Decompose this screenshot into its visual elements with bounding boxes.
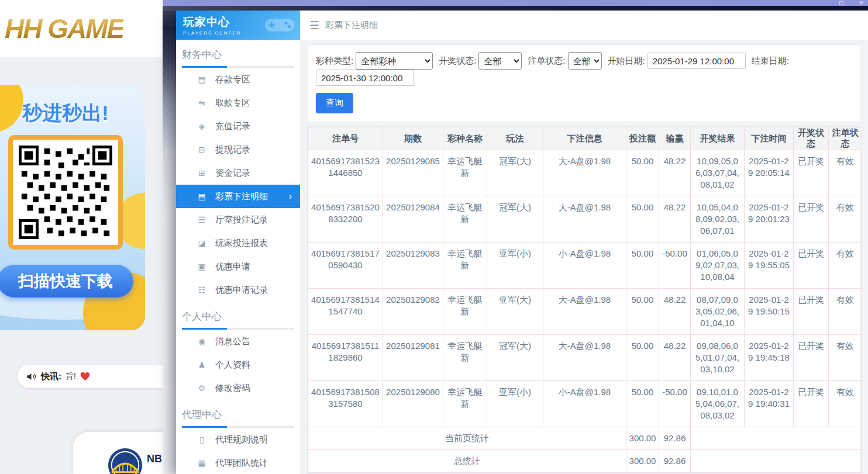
main-content: ☰ 彩票下注明细 彩种类型: 全部彩种 开奖状态: 全部 注单状态: 全部 xyxy=(300,11,868,474)
summary-label: 当前页统计 xyxy=(308,427,626,450)
column-header: 期数 xyxy=(383,127,443,150)
cell: 大-A盘@1.98 xyxy=(543,335,626,381)
close-icon[interactable]: ✕ xyxy=(859,1,863,6)
filter-bar: 彩种类型: 全部彩种 开奖状态: 全部 注单状态: 全部 开始日期: 结束日期: xyxy=(307,44,861,122)
bet-table: 注单号 期数 彩种名称 玩法 下注信息 投注额 输赢 开奖结果 下注时间 开奖状… xyxy=(307,126,861,473)
section-divider xyxy=(182,66,294,68)
document-icon: ▯ xyxy=(197,435,206,444)
rows-icon: ☰ xyxy=(197,215,206,224)
sidebar-item-promo-record[interactable]: ☷ 优惠申请记录 xyxy=(176,278,300,302)
end-date-input[interactable] xyxy=(316,70,414,86)
cell: 有效 xyxy=(829,289,862,335)
summary-bet-total: 300.00 xyxy=(626,427,659,450)
maximize-icon[interactable]: ▢ xyxy=(839,1,844,6)
cell: 50.00 xyxy=(626,381,659,427)
sidebar-item-withdraw-record[interactable]: ⊟ 提现记录 xyxy=(176,138,300,161)
summary-empty xyxy=(691,450,862,473)
sidebar-item-profile[interactable]: ♟ 个人资料 xyxy=(176,353,300,376)
sidebar-item-label: 玩家投注报表 xyxy=(215,238,268,249)
page-summary-row: 当前页统计 300.00 92.86 xyxy=(308,427,862,450)
column-header: 开奖结果 xyxy=(691,127,745,150)
order-status-label: 注单状态: xyxy=(528,56,565,67)
cell: 2025-01-29 19:55:05 xyxy=(745,243,794,289)
window-titlebar: ▢ ✕ xyxy=(163,0,868,6)
person-icon: ♟ xyxy=(197,360,206,369)
cell: 09,10,01,05,04,06,07,08,03,02 xyxy=(691,381,745,427)
section-divider xyxy=(182,328,294,330)
cell: 401569173815208332200 xyxy=(308,196,383,243)
sidebar-item-label: 存款专区 xyxy=(215,74,250,85)
cell: -50.00 xyxy=(659,381,691,427)
section-divider xyxy=(182,426,294,428)
sidebar-item-label: 修改密码 xyxy=(215,383,250,394)
order-status-select[interactable]: 全部 xyxy=(568,52,602,70)
sidebar-item-recharge-record[interactable]: ◈ 充值记录 xyxy=(176,115,300,138)
summary-winloss-total: 92.86 xyxy=(659,427,691,450)
cell: -50.00 xyxy=(659,243,691,289)
cell: 48.22 xyxy=(659,150,691,196)
nba-news-card[interactable]: NB xyxy=(73,432,164,474)
column-header: 彩种名称 xyxy=(443,127,487,150)
table-row: 401569173815111829860 20250129081 幸运飞艇新 … xyxy=(308,335,862,381)
cell: 10,05,04,08,09,02,03,06,07,01 xyxy=(691,196,745,243)
cell: 幸运飞艇新 xyxy=(443,196,487,243)
cell: 401569173815231446850 xyxy=(308,150,383,196)
cell: 已开奖 xyxy=(794,150,829,196)
summary-winloss-total: 92.86 xyxy=(659,450,691,473)
sidebar-item-hall-bet-record[interactable]: ☰ 厅室投注记录 xyxy=(176,208,300,231)
hamburger-icon[interactable]: ☰ xyxy=(309,19,319,32)
sidebar-item-label: 彩票下注明细 xyxy=(215,191,268,202)
sidebar-item-funds-record[interactable]: ⊞ 资金记录 xyxy=(176,161,300,185)
column-header: 注单号 xyxy=(308,127,383,150)
cell: 48.22 xyxy=(659,196,691,243)
funds-icon: ⊞ xyxy=(197,168,206,178)
sidebar-item-agent-team-stats[interactable]: ▦ 代理团队统计 xyxy=(176,451,300,474)
summary-label: 总统计 xyxy=(308,450,626,473)
cell: 20250129084 xyxy=(383,196,443,243)
draw-status-select[interactable]: 全部 xyxy=(478,52,522,70)
cell: 已开奖 xyxy=(794,335,829,381)
cell: 有效 xyxy=(829,150,862,196)
lottery-type-select[interactable]: 全部彩种 xyxy=(356,52,433,70)
scan-download-button[interactable]: 扫描快速下载 xyxy=(0,265,133,297)
search-button[interactable]: 查询 xyxy=(316,93,353,113)
cell: 10,09,05,06,03,07,04,08,01,02 xyxy=(691,150,745,196)
cell: 幸运飞艇新 xyxy=(443,150,487,196)
table-header-row: 注单号 期数 彩种名称 玩法 下注信息 投注额 输赢 开奖结果 下注时间 开奖状… xyxy=(308,127,862,150)
sidebar-item-label: 代理团队统计 xyxy=(215,458,268,469)
start-date-label: 开始日期: xyxy=(608,56,645,67)
cell: 2025-01-29 20:05:14 xyxy=(745,150,794,196)
sidebar-item-promo-apply[interactable]: ▣ 优惠申请 xyxy=(176,255,300,278)
gamepad-icon xyxy=(264,15,295,34)
sidebar-item-label: 取款专区 xyxy=(215,98,250,109)
ticker-text: 旨! xyxy=(66,371,76,382)
table-row: 401569173815141547740 20250129082 幸运飞艇新 … xyxy=(308,289,862,335)
sidebar-item-notices[interactable]: ◉ 消息公告 xyxy=(176,330,300,353)
sidebar-header: 玩家中心 PLAYERS CENTER xyxy=(176,11,300,40)
sidebar-item-player-report[interactable]: ◪ 玩家投注报表 xyxy=(176,231,300,255)
promo-headline: 秒进秒出! xyxy=(22,100,108,127)
speaker-icon xyxy=(26,371,37,382)
cell: 小-A盘@1.98 xyxy=(543,381,626,427)
start-date-input[interactable] xyxy=(647,53,746,69)
cell: 冠军(大) xyxy=(487,196,543,243)
cell: 幸运飞艇新 xyxy=(443,381,487,427)
table-row: 401569173815083157580 20250129080 幸运飞艇新 … xyxy=(308,381,862,427)
cell: 20250129082 xyxy=(383,289,443,335)
cell: 幸运飞艇新 xyxy=(443,243,487,289)
deposit-icon: ▤ xyxy=(197,75,206,84)
sidebar-item-lottery-bet-detail[interactable]: ▤ 彩票下注明细 › xyxy=(176,185,300,208)
cell: 48.22 xyxy=(659,289,691,335)
cell: 大-A盘@1.98 xyxy=(543,150,626,196)
cell: 冠军(大) xyxy=(487,335,543,381)
sidebar-item-label: 个人资料 xyxy=(215,359,250,371)
sidebar-item-withdraw[interactable]: ⇋ 取款专区 xyxy=(176,91,300,115)
sidebar-item-agent-rules[interactable]: ▯ 代理规则说明 xyxy=(176,428,300,451)
warriors-logo-icon xyxy=(107,447,143,474)
cell: 50.00 xyxy=(626,243,659,289)
sidebar-item-deposit[interactable]: ▤ 存款专区 xyxy=(176,68,300,91)
qr-code xyxy=(8,135,123,250)
cell: 20250129081 xyxy=(383,335,443,381)
sidebar-item-change-password[interactable]: ⚙ 修改密码 xyxy=(176,376,300,400)
sidebar-item-label: 资金记录 xyxy=(215,168,250,179)
